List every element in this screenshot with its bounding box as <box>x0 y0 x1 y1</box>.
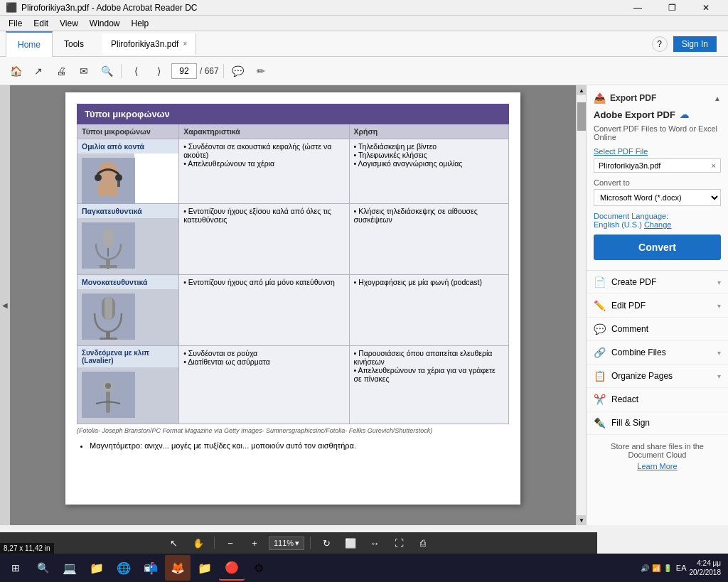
row-use-3: • Παρουσιάσεις όπου απαιτείται ελευθερία… <box>349 346 508 424</box>
export-pdf-header[interactable]: 📤 Export PDF ▲ <box>594 92 721 104</box>
svg-line-10 <box>108 268 119 269</box>
zoom-out-tool[interactable]: − <box>220 534 240 551</box>
svg-rect-13 <box>105 297 112 320</box>
close-button[interactable]: ✕ <box>690 0 722 16</box>
edit-pdf-label: Edit PDF <box>611 301 646 311</box>
document-tab[interactable]: Pliroforikiya3n.pdf × <box>102 33 196 55</box>
find-icon[interactable]: 🔍 <box>97 61 117 81</box>
edit-pdf-item[interactable]: ✏️ Edit PDF ▾ <box>587 294 728 318</box>
cloud-icon: ☁ <box>680 109 689 120</box>
page-number-input[interactable] <box>171 63 197 79</box>
convert-button[interactable]: Convert <box>594 235 721 260</box>
menu-view[interactable]: View <box>54 17 84 30</box>
doc-tab-close[interactable]: × <box>183 40 187 48</box>
minimize-button[interactable]: — <box>621 0 654 16</box>
taskbar-app-settings[interactable]: ⚙ <box>246 555 272 581</box>
doc-tab-label: Pliroforikiya3n.pdf <box>111 39 178 49</box>
svg-rect-4 <box>117 181 120 187</box>
fill-sign-item[interactable]: ✒️ Fill & Sign <box>587 411 728 435</box>
page-total: / 667 <box>200 66 219 76</box>
search-button[interactable]: 🔍 <box>30 555 55 581</box>
scroll-down-button[interactable]: ▼ <box>577 515 587 525</box>
tab-tools[interactable]: Tools <box>53 31 95 57</box>
table-title-row: Τύποι μικροφώνων <box>77 104 509 124</box>
table-row: Συνδεόμενα με κλιπ (Lavalier) <box>77 346 509 424</box>
svg-point-3 <box>115 174 122 181</box>
taskbar-clock[interactable]: 4:24 μμ 20/2/2018 <box>690 559 722 577</box>
scroll-up-button[interactable]: ▲ <box>577 85 587 95</box>
menu-file[interactable]: File <box>3 17 28 30</box>
menu-window[interactable]: Window <box>84 17 126 30</box>
battery-icon[interactable]: 🔋 <box>663 564 672 572</box>
print-icon[interactable]: 🖨 <box>51 61 71 81</box>
col-header-type: Τύποι μικροφώνων <box>77 124 179 139</box>
rp-footer: Store and share files in the Document Cl… <box>587 435 728 478</box>
taskbar-app-firefox[interactable]: 🦊 <box>165 555 191 581</box>
help-button[interactable]: ? <box>652 36 668 52</box>
svg-rect-7 <box>100 265 117 268</box>
fit-page-tool[interactable]: ⬜ <box>341 534 360 551</box>
row-chars-1: • Εντοπίζουν ήχους εξίσου καλά από όλες … <box>179 204 349 275</box>
convert-to-select[interactable]: Microsoft Word (*.docx) <box>594 189 721 206</box>
bullet-item: Μαγνητόμετρο: ανιχν... μογές με πυξίδες … <box>90 441 509 450</box>
taskbar-app-acrobat[interactable]: 🔴 <box>219 555 245 581</box>
organize-pages-item[interactable]: 📋 Organize Pages ▾ <box>587 365 728 388</box>
select-pdf-link[interactable]: Select PDF File <box>594 147 721 156</box>
bt-sep-2 <box>310 537 311 549</box>
menu-help[interactable]: Help <box>126 17 155 30</box>
learn-more-link[interactable]: Learn More <box>594 462 721 470</box>
fit-width-tool[interactable]: ↔ <box>365 534 385 551</box>
taskbar-app-edge[interactable]: 🌐 <box>111 555 136 581</box>
annotate-icon[interactable]: ✏ <box>251 61 271 81</box>
taskbar-app-explorer[interactable]: 💻 <box>57 555 82 581</box>
change-language-link[interactable]: Change <box>644 220 672 229</box>
next-page-icon[interactable]: ⟩ <box>149 61 168 81</box>
signin-button[interactable]: Sign In <box>673 36 717 52</box>
clock-time: 4:24 μμ <box>690 559 722 568</box>
nav-home-icon[interactable]: 🏠 <box>6 61 26 81</box>
restore-button[interactable]: ❐ <box>655 0 688 16</box>
menu-edit[interactable]: Edit <box>28 17 54 30</box>
taskbar-app-folder[interactable]: 📁 <box>84 555 109 581</box>
share-icon[interactable]: ↗ <box>28 61 48 81</box>
export-pdf-label: Export PDF <box>610 93 714 103</box>
combine-files-item[interactable]: 🔗 Combine Files ▾ <box>587 341 728 365</box>
vertical-scrollbar[interactable]: ▲ ▼ <box>576 85 586 525</box>
col-header-use: Χρήση <box>349 124 508 139</box>
file-close-btn[interactable]: × <box>712 161 716 170</box>
volume-icon[interactable]: 🔊 <box>641 564 649 572</box>
svg-point-2 <box>95 174 102 181</box>
zoom-in-tool[interactable]: + <box>245 534 264 551</box>
menubar: File Edit View Window Help <box>0 16 728 31</box>
rotate-tool[interactable]: ↻ <box>316 534 336 551</box>
scroll-thumb[interactable] <box>577 102 586 131</box>
adobe-export-content: Adobe Export PDF ☁ Convert PDF Files to … <box>594 109 721 263</box>
taskbar-app-mail[interactable]: 📬 <box>138 555 164 581</box>
toolbar-sep-1 <box>121 64 122 78</box>
export-collapse-icon: ▲ <box>714 95 721 102</box>
comment-label: Comment <box>611 324 648 334</box>
tab-tools-label: Tools <box>64 39 84 49</box>
cursor-tool[interactable]: ↖ <box>164 534 184 551</box>
create-pdf-item[interactable]: 📄 Create PDF ▾ <box>587 271 728 294</box>
fullscreen-tool[interactable]: ⛶ <box>389 534 409 551</box>
scroll-track[interactable] <box>577 95 586 515</box>
mic-image-2 <box>82 293 135 340</box>
row-label-1: Παγκατευθυντικά <box>77 204 178 218</box>
comment-icon[interactable]: 💬 <box>228 61 248 81</box>
hand-tool[interactable]: ✋ <box>188 534 208 551</box>
redact-item[interactable]: ✂️ Redact <box>587 388 728 411</box>
zoom-level[interactable]: 111% ▾ <box>269 537 304 550</box>
prev-page-icon[interactable]: ⟨ <box>126 61 146 81</box>
network-icon[interactable]: 📶 <box>652 564 660 572</box>
tab-home[interactable]: Home <box>6 31 53 57</box>
comment-item[interactable]: 💬 Comment <box>587 318 728 341</box>
taskbar-app-files[interactable]: 📁 <box>192 555 218 581</box>
file-name: Pliroforikiya3n.pdf <box>599 161 660 170</box>
email-icon[interactable]: ✉ <box>74 61 94 81</box>
scroll-arrow-left[interactable]: ◀ <box>0 85 10 525</box>
mic-image-1 <box>82 222 135 269</box>
taskbar-apps: 💻 📁 🌐 📬 🦊 📁 🔴 ⚙ <box>57 555 639 581</box>
start-button[interactable]: ⊞ <box>3 555 28 581</box>
tools-share[interactable]: ⎙ <box>413 534 433 551</box>
